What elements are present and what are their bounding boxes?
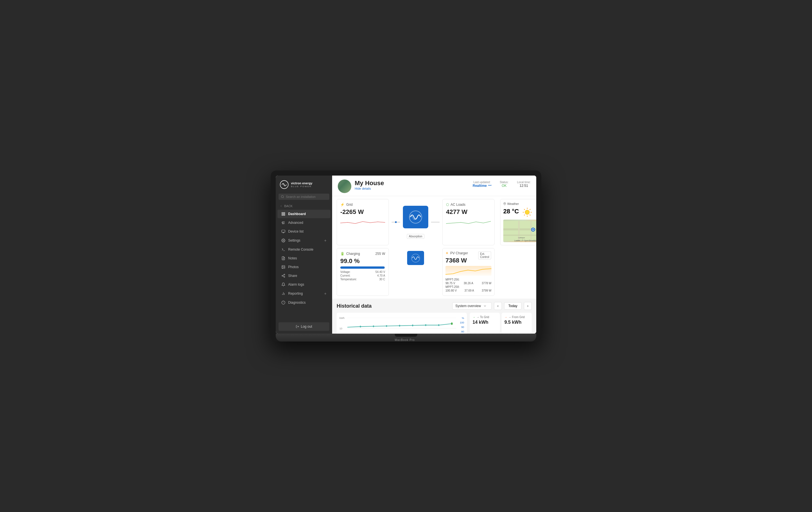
status-label: Status: xyxy=(500,181,509,184)
svg-point-33 xyxy=(409,211,422,223)
inverter-center: Absorption xyxy=(403,199,428,245)
sidebar: victron energy blue power BACK xyxy=(276,176,332,333)
from-grid-icon: → xyxy=(504,316,507,319)
svg-line-40 xyxy=(524,209,525,210)
page-header: My House Hide details Last updated: Real… xyxy=(332,176,536,196)
connector-right xyxy=(431,199,439,245)
to-grid-value: 14 kWh xyxy=(472,320,497,325)
current-label: Current: xyxy=(340,274,350,277)
local-time-label: Local time: xyxy=(517,181,531,184)
sidebar-item-notes[interactable]: Notes xyxy=(278,254,330,263)
svg-point-68 xyxy=(386,325,387,327)
local-time-value: 12:51 xyxy=(517,184,531,188)
svg-rect-4 xyxy=(284,213,285,214)
realtime-value: Realtime xyxy=(472,184,487,188)
second-row: 🔋 Charging 255 W 99.0 % Voltage: 54.40 V xyxy=(332,248,536,299)
logo: victron energy blue power xyxy=(276,176,332,192)
search-box[interactable] xyxy=(279,194,329,200)
absorption-badge: Absorption xyxy=(407,234,424,239)
ac-loads-title: AC Loads xyxy=(451,203,465,207)
svg-point-22 xyxy=(282,275,283,276)
battery-percent: 99.0 % xyxy=(340,258,385,265)
svg-point-72 xyxy=(438,324,439,326)
svg-point-34 xyxy=(504,203,505,204)
svg-rect-3 xyxy=(282,213,283,214)
hide-details-link[interactable]: Hide details xyxy=(355,187,384,190)
pct-100: 100 xyxy=(457,321,464,324)
sidebar-item-label: Device list xyxy=(288,230,303,234)
historical-section: Historical data System overview ‹ Today … xyxy=(332,299,536,333)
sidebar-item-reporting[interactable]: Reporting + xyxy=(278,289,330,298)
sidebar-item-advanced[interactable]: Advanced xyxy=(278,218,330,227)
svg-point-66 xyxy=(360,326,361,327)
battery-icon: 🔋 xyxy=(340,252,345,256)
chart-svg xyxy=(347,318,456,333)
last-updated-label: Last updated: xyxy=(472,181,491,184)
svg-point-69 xyxy=(399,325,400,327)
chart-and-stats: kWh 10 7.5 5 % 100 90 80 70 xyxy=(337,313,532,333)
svg-point-20 xyxy=(283,266,283,267)
svg-point-73 xyxy=(451,323,453,325)
sidebar-item-diagnostics[interactable]: Diagnostics xyxy=(278,298,330,307)
back-button[interactable]: BACK xyxy=(276,203,332,210)
sidebar-item-settings[interactable]: Settings + xyxy=(278,236,330,245)
sidebar-item-alarm-logs[interactable]: Alarm logs xyxy=(278,280,330,289)
grid-icon: ⚡ xyxy=(340,203,345,207)
sidebar-item-label: Alarm logs xyxy=(288,282,304,287)
sidebar-item-device-list[interactable]: Device list xyxy=(278,227,330,236)
header-meta: Last updated: Realtime 〰 Status: OK Loca… xyxy=(472,181,531,188)
svg-rect-47 xyxy=(531,221,532,241)
sidebar-item-share[interactable]: Share xyxy=(278,271,330,280)
sidebar-item-remote-console[interactable]: Remote Console xyxy=(278,245,330,254)
search-input[interactable] xyxy=(286,195,327,198)
prev-arrow-button[interactable]: ‹ xyxy=(494,302,502,310)
system-overview-dropdown[interactable]: System overview xyxy=(452,302,492,309)
realtime-wave-icon: 〰 xyxy=(488,184,491,188)
sidebar-item-dashboard[interactable]: Dashboard xyxy=(278,210,330,218)
from-grid-label: → From Grid xyxy=(509,316,525,319)
svg-line-41 xyxy=(530,215,531,215)
from-grid-card: → → From Grid 9.5 kWh xyxy=(501,313,532,333)
battery-card: 🔋 Charging 255 W 99.0 % Voltage: 54.40 V xyxy=(337,248,389,296)
historical-controls: System overview ‹ Today › xyxy=(452,302,532,310)
pv-mini-inverter xyxy=(407,251,424,265)
from-grid-value: 9.5 kWh xyxy=(504,320,529,325)
voltage-label: Voltage: xyxy=(340,270,350,273)
stats-grid: → → To Grid 14 kWh → → From Grid 9.5 kWh xyxy=(470,313,532,333)
sidebar-item-label: Reporting xyxy=(288,292,303,296)
logo-sub: blue power xyxy=(291,185,312,188)
svg-rect-6 xyxy=(282,214,283,215)
svg-rect-5 xyxy=(284,214,285,215)
ext-control-badge: Ext. Control xyxy=(478,251,491,260)
svg-point-70 xyxy=(412,325,413,326)
laptop-notch xyxy=(395,334,417,337)
percent-label: % xyxy=(457,317,464,320)
mppt258-label: MPPT-258: xyxy=(445,285,460,289)
ac-loads-value: 4277 W xyxy=(446,208,491,216)
sidebar-item-label: Diagnostics xyxy=(288,301,306,304)
to-grid-card: → → To Grid 14 kWh xyxy=(470,313,500,333)
next-arrow-button[interactable]: › xyxy=(524,302,532,310)
y-axis-right: % 100 90 80 70 60 50 40 xyxy=(457,316,464,333)
svg-rect-48 xyxy=(503,235,536,236)
map-thumbnail: Larkspur Leaflet | © OpenStreetMap contr… xyxy=(503,220,536,242)
ac-loads-card: ⬡ AC Loads 4277 W xyxy=(442,199,495,245)
svg-point-67 xyxy=(373,325,374,327)
chevron-down-icon xyxy=(483,304,487,308)
svg-point-51 xyxy=(532,229,534,230)
sidebar-item-photos[interactable]: Photos xyxy=(278,263,330,271)
realtime-badge: Realtime 〰 xyxy=(472,184,491,188)
mppt256-w: 3778 W xyxy=(482,282,491,285)
historical-chart: kWh 10 7.5 5 % 100 90 80 70 xyxy=(337,313,467,333)
sidebar-item-label: Remote Console xyxy=(288,247,313,251)
weather-card: Weather Sunny 28 °C xyxy=(500,199,536,245)
today-button[interactable]: Today xyxy=(504,302,522,309)
weather-temperature: 28 °C xyxy=(503,208,519,215)
battery-watts: 255 W xyxy=(375,252,385,256)
sidebar-item-label: Advanced xyxy=(288,221,303,225)
svg-point-71 xyxy=(425,324,427,326)
sidebar-item-label: Dashboard xyxy=(288,212,306,216)
back-label: BACK xyxy=(284,204,293,208)
pv-charger-card: Ext. Control ☀ PV Charger 7368 W xyxy=(442,248,495,296)
logout-button[interactable]: Log out xyxy=(279,322,329,331)
